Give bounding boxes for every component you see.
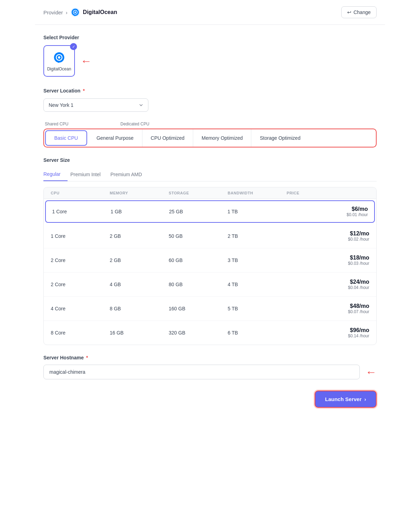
provider-arrow-indicator: ← <box>80 55 92 67</box>
shared-cpu-label: Shared CPU <box>43 122 120 126</box>
price-monthly: $18/mo <box>287 255 369 261</box>
price-hourly: $0.14 /hour <box>287 333 369 338</box>
cpu-tab-basic[interactable]: Basic CPU <box>45 130 87 146</box>
table-row[interactable]: 2 Core 2 GB 60 GB 3 TB $18/mo $0.03 /hou… <box>44 248 376 273</box>
row-storage: 320 GB <box>169 330 228 336</box>
row-cpu: 2 Core <box>51 282 110 287</box>
hostname-arrow-indicator: ← <box>365 366 377 379</box>
provider-name-label: DigitalOcean <box>83 9 117 15</box>
price-hourly: $0.03 /hour <box>287 261 369 266</box>
row-price: $48/mo $0.07 /hour <box>287 303 369 314</box>
row-cpu: 1 Core <box>52 209 111 214</box>
do-card-logo-icon <box>52 50 66 64</box>
server-location-label: Server Location * <box>43 88 377 94</box>
row-cpu: 1 Core <box>51 233 110 239</box>
cpu-type-tabs: Basic CPU General Purpose CPU Optimized … <box>43 129 377 147</box>
row-storage: 80 GB <box>169 282 228 287</box>
svg-rect-3 <box>73 15 74 15</box>
size-tab-regular[interactable]: Regular <box>43 168 68 181</box>
hostname-row: ← <box>43 365 377 379</box>
digitalocean-logo-icon <box>70 7 80 17</box>
location-select[interactable]: New York 1 New York 2 San Francisco Amst… <box>43 98 148 112</box>
svg-rect-2 <box>74 15 75 16</box>
table-row[interactable]: 4 Core 8 GB 160 GB 5 TB $48/mo $0.07 /ho… <box>44 297 376 321</box>
row-memory: 1 GB <box>111 209 169 214</box>
row-cpu: 8 Core <box>51 330 110 336</box>
col-bandwidth: BANDWIDTH <box>228 191 287 195</box>
row-memory: 8 GB <box>110 306 169 311</box>
provider-card-name: DigitalOcean <box>47 67 71 71</box>
row-storage: 25 GB <box>169 209 227 214</box>
table-row[interactable]: 1 Core 1 GB 25 GB 1 TB $6/mo $0.01 /hour <box>45 200 375 223</box>
price-monthly: $6/mo <box>286 206 368 212</box>
row-price: $12/mo $0.02 /hour <box>287 230 369 242</box>
provider-grid: ✓ DigitalOcean ← <box>43 45 377 77</box>
select-provider-label: Select Provider <box>43 35 377 40</box>
table-row[interactable]: 2 Core 4 GB 80 GB 4 TB $24/mo $0.04 /hou… <box>44 273 376 297</box>
check-badge-icon: ✓ <box>70 43 77 50</box>
hostname-input[interactable] <box>43 365 360 379</box>
breadcrumb-chevron: › <box>66 9 68 15</box>
breadcrumb: Provider › DigitalOcean <box>43 7 117 17</box>
launch-chevron-icon: › <box>364 396 366 402</box>
table-row[interactable]: 1 Core 2 GB 50 GB 2 TB $12/mo $0.02 /hou… <box>44 224 376 248</box>
row-memory: 4 GB <box>110 282 169 287</box>
launch-label: Launch Server <box>325 396 362 402</box>
hostname-label: Server Hostname * <box>43 355 377 360</box>
server-location-section: Server Location * New York 1 New York 2 … <box>43 88 377 112</box>
cpu-type-section: Shared CPU Dedicated CPU Basic CPU Gener… <box>43 122 377 147</box>
change-icon: ↩ <box>347 9 351 15</box>
cpu-tab-storage-optimized[interactable]: Storage Optimized <box>251 129 309 147</box>
svg-rect-5 <box>58 62 59 63</box>
select-provider-section: Select Provider ✓ DigitalOcean ← <box>43 35 377 77</box>
price-hourly: $0.04 /hour <box>287 285 369 290</box>
price-monthly: $96/mo <box>287 327 369 333</box>
size-tab-premium-amd[interactable]: Premium AMD <box>110 168 149 181</box>
table-row[interactable]: 8 Core 16 GB 320 GB 6 TB $96/mo $0.14 /h… <box>44 321 376 345</box>
main-content: Select Provider ✓ DigitalOcean ← Server … <box>35 25 385 418</box>
change-label: Change <box>354 9 371 15</box>
row-memory: 2 GB <box>110 257 169 263</box>
svg-rect-4 <box>58 61 59 62</box>
row-cpu: 4 Core <box>51 306 110 311</box>
change-button[interactable]: ↩ Change <box>341 6 377 18</box>
row-price: $6/mo $0.01 /hour <box>286 206 368 217</box>
row-price: $96/mo $0.14 /hour <box>287 327 369 338</box>
cpu-tab-general[interactable]: General Purpose <box>88 129 142 147</box>
row-price: $18/mo $0.03 /hour <box>287 255 369 266</box>
table-header: CPU MEMORY STORAGE BANDWIDTH PRICE <box>44 187 376 199</box>
server-size-label: Server Size <box>43 157 377 163</box>
cpu-tab-memory-optimized[interactable]: Memory Optimized <box>193 129 251 147</box>
row-bandwidth: 1 TB <box>227 209 286 214</box>
row-bandwidth: 3 TB <box>228 257 287 263</box>
svg-rect-1 <box>74 15 75 15</box>
size-tab-premium-intel[interactable]: Premium Intel <box>70 168 107 181</box>
row-cpu: 2 Core <box>51 257 110 263</box>
price-monthly: $24/mo <box>287 279 369 285</box>
provider-breadcrumb-label: Provider <box>43 9 63 15</box>
row-storage: 160 GB <box>169 306 228 311</box>
svg-rect-6 <box>56 61 57 62</box>
hostname-section: Server Hostname * ← <box>43 355 377 379</box>
header: Provider › DigitalOcean ↩ Change <box>35 0 385 25</box>
row-storage: 60 GB <box>169 257 228 263</box>
col-memory: MEMORY <box>110 191 169 195</box>
price-monthly: $12/mo <box>287 230 369 237</box>
price-hourly: $0.02 /hour <box>287 237 369 242</box>
col-storage: STORAGE <box>169 191 228 195</box>
cpu-tab-cpu-optimized[interactable]: CPU Optimized <box>142 129 193 147</box>
row-storage: 50 GB <box>169 233 228 239</box>
col-cpu: CPU <box>51 191 110 195</box>
required-asterisk: * <box>82 88 85 94</box>
server-size-section: Server Size Regular Premium Intel Premiu… <box>43 157 377 345</box>
server-size-table: CPU MEMORY STORAGE BANDWIDTH PRICE 1 Cor… <box>43 187 377 345</box>
digitalocean-provider-card[interactable]: ✓ DigitalOcean <box>43 45 75 77</box>
row-memory: 2 GB <box>110 233 169 239</box>
price-monthly: $48/mo <box>287 303 369 309</box>
price-hourly: $0.07 /hour <box>287 309 369 314</box>
col-price: PRICE <box>287 191 369 195</box>
row-price: $24/mo $0.04 /hour <box>287 279 369 290</box>
launch-server-button[interactable]: Launch Server › <box>315 391 377 408</box>
row-bandwidth: 5 TB <box>228 306 287 311</box>
row-bandwidth: 6 TB <box>228 330 287 336</box>
